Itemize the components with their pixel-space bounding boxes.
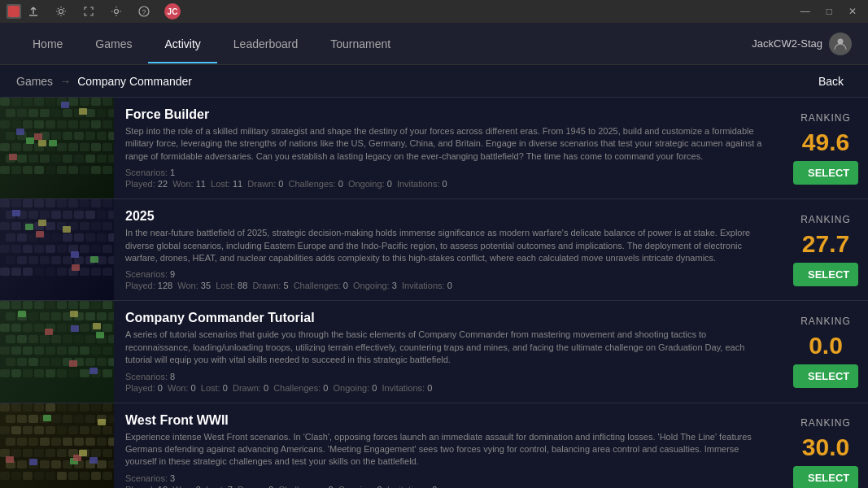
svg-rect-101 <box>74 211 84 219</box>
svg-rect-303 <box>23 472 33 480</box>
svg-rect-249 <box>91 403 101 412</box>
svg-rect-77 <box>26 137 34 144</box>
select-button[interactable]: SELECT <box>793 161 858 185</box>
svg-rect-119 <box>51 233 61 242</box>
svg-rect-113 <box>91 222 101 230</box>
restore-button[interactable]: □ <box>822 6 837 17</box>
svg-rect-213 <box>6 358 15 366</box>
svg-rect-242 <box>11 403 21 412</box>
svg-rect-82 <box>9 154 17 160</box>
svg-rect-87 <box>23 199 33 207</box>
svg-rect-226 <box>34 369 44 377</box>
breadcrumb-games[interactable]: Games <box>16 75 53 88</box>
ranking-value: 27.7 <box>802 232 849 256</box>
svg-rect-269 <box>91 426 101 434</box>
svg-rect-247 <box>68 403 78 412</box>
svg-rect-208 <box>57 346 67 355</box>
svg-rect-56 <box>103 143 112 151</box>
svg-rect-97 <box>28 211 38 219</box>
game-stats: Scenarios: 1Played: 22 Won: 11 Lost: 11 … <box>125 168 772 189</box>
svg-rect-257 <box>74 415 84 423</box>
svg-rect-186 <box>34 324 44 332</box>
back-button[interactable]: Back <box>810 72 852 91</box>
svg-rect-252 <box>17 415 27 423</box>
window-controls[interactable]: — □ ✕ <box>796 6 861 17</box>
svg-rect-94 <box>103 199 112 207</box>
svg-rect-135 <box>6 256 15 264</box>
svg-rect-265 <box>46 426 55 434</box>
nav-leaderboard[interactable]: Leaderboard <box>217 24 314 63</box>
select-button[interactable]: SELECT <box>793 263 858 286</box>
svg-rect-239 <box>89 368 98 374</box>
svg-rect-275 <box>51 438 61 446</box>
svg-rect-233 <box>18 311 26 317</box>
svg-rect-281 <box>0 449 10 457</box>
svg-rect-98 <box>40 211 50 219</box>
svg-rect-128 <box>34 245 44 253</box>
nav-activity[interactable]: Activity <box>148 24 216 63</box>
toolbar-gear-icon[interactable] <box>109 4 124 19</box>
svg-rect-305 <box>46 472 55 480</box>
svg-rect-105 <box>0 222 10 230</box>
svg-rect-215 <box>28 358 38 366</box>
svg-rect-206 <box>34 346 44 355</box>
svg-rect-136 <box>17 256 27 264</box>
svg-rect-221 <box>97 358 107 366</box>
svg-rect-147 <box>23 268 33 276</box>
svg-rect-52 <box>57 143 67 151</box>
svg-rect-276 <box>63 438 72 446</box>
svg-rect-318 <box>79 450 87 456</box>
user-avatar[interactable] <box>829 33 852 55</box>
svg-rect-49 <box>23 143 33 151</box>
svg-point-3 <box>115 10 119 14</box>
svg-rect-75 <box>91 166 101 174</box>
svg-rect-88 <box>34 199 44 207</box>
svg-rect-47 <box>0 143 10 151</box>
svg-rect-295 <box>51 460 61 468</box>
game-list: Force BuilderStep into the role of a ski… <box>0 98 868 488</box>
nav-games[interactable]: Games <box>79 24 148 63</box>
svg-rect-145 <box>0 268 10 276</box>
toolbar-upload-icon[interactable] <box>26 4 41 19</box>
svg-rect-238 <box>45 329 53 335</box>
svg-rect-121 <box>74 233 84 242</box>
select-button[interactable]: SELECT <box>793 466 858 488</box>
nav-tournament[interactable]: Tournament <box>314 24 407 63</box>
svg-point-2 <box>59 10 63 14</box>
toolbar-expand-icon[interactable] <box>81 4 96 19</box>
svg-rect-76 <box>103 166 112 174</box>
svg-rect-185 <box>23 324 33 332</box>
close-button[interactable]: ✕ <box>844 6 861 17</box>
svg-rect-268 <box>80 426 89 434</box>
svg-rect-312 <box>6 456 14 463</box>
nav-home[interactable]: Home <box>16 24 79 63</box>
select-button[interactable]: SELECT <box>793 364 858 388</box>
svg-rect-165 <box>23 301 33 309</box>
svg-rect-65 <box>97 155 107 163</box>
svg-rect-224 <box>11 369 21 377</box>
svg-rect-149 <box>46 268 55 276</box>
svg-rect-202 <box>108 335 114 343</box>
svg-rect-156 <box>72 264 80 271</box>
breadcrumb-current: Company Commander <box>77 75 192 88</box>
title-bar: ? JC — □ ✕ <box>0 0 868 23</box>
svg-rect-195 <box>28 335 38 343</box>
toolbar-user-icon[interactable]: JC <box>164 3 181 20</box>
game-description: Step into the role of a skilled military… <box>125 125 772 163</box>
svg-rect-237 <box>96 332 104 338</box>
svg-rect-274 <box>40 438 50 446</box>
svg-rect-199 <box>74 335 84 343</box>
svg-rect-109 <box>46 222 55 230</box>
svg-rect-306 <box>57 472 67 480</box>
svg-rect-266 <box>57 426 67 434</box>
svg-rect-123 <box>97 233 107 242</box>
svg-rect-286 <box>57 449 67 457</box>
minimize-button[interactable]: — <box>796 6 815 17</box>
svg-rect-170 <box>80 301 89 309</box>
ranking-label: Ranking <box>800 316 851 327</box>
toolbar-settings-icon[interactable] <box>54 4 68 19</box>
svg-rect-15 <box>91 98 101 106</box>
svg-rect-166 <box>34 301 44 309</box>
toolbar-help-icon[interactable]: ? <box>137 4 151 19</box>
svg-rect-64 <box>85 155 95 163</box>
